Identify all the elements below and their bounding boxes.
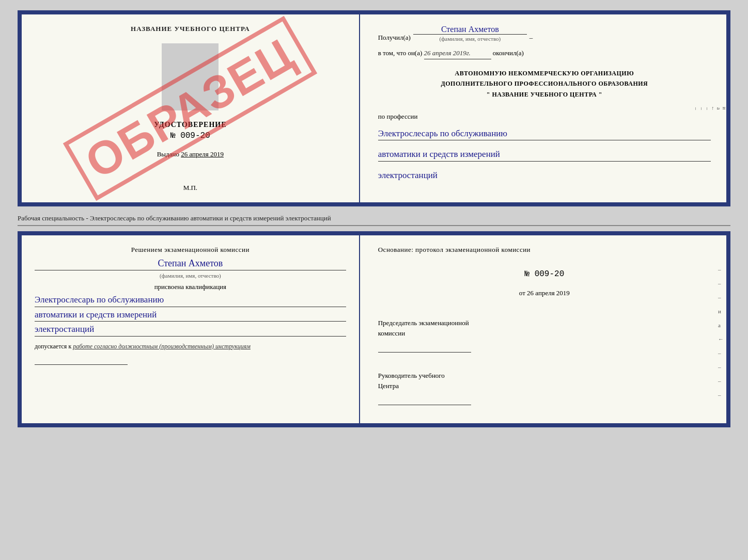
allowed-prefix: допускается к (35, 343, 71, 350)
protocol-date-value: 26 апреля 2019 (527, 289, 570, 297)
allowed-signature-line (35, 356, 128, 365)
allowed-label: допускается к работе согласно должностны… (35, 343, 346, 350)
basis-title: Основание: протокол экзаменационной коми… (378, 246, 711, 254)
issued-line: Выдано 26 апреля 2019 (157, 150, 224, 158)
cert-number: № 009-20 (170, 131, 210, 140)
document-container: НАЗВАНИЕ УЧЕБНОГО ЦЕНТРА УДОСТОВЕРЕНИЕ №… (18, 10, 730, 427)
side-chars-bottom: – – – и а ← – – – – (718, 266, 724, 398)
received-name: Степан Ахметов (413, 25, 527, 35)
assigned-label: присвоена квалификация (35, 283, 346, 291)
org-line2: ДОПОЛНИТЕЛЬНОГО ПРОФЕССИОНАЛЬНОГО ОБРАЗО… (378, 78, 711, 89)
profession-line3: электростанций (378, 169, 711, 182)
head-label2: Центра (378, 381, 711, 391)
certificate-left: НАЗВАНИЕ УЧЕБНОГО ЦЕНТРА УДОСТОВЕРЕНИЕ №… (22, 14, 360, 202)
person-name-bottom: Степан Ахметов (35, 258, 346, 270)
cert-title: УДОСТОВЕРЕНИЕ (154, 121, 226, 129)
fio-label-bottom: (фамилия, имя, отчество) (35, 273, 346, 279)
protocol-date: от 26 апреля 2019 (378, 289, 711, 297)
mp-label: М.П. (183, 179, 197, 192)
top-document: НАЗВАНИЕ УЧЕБНОГО ЦЕНТРА УДОСТОВЕРЕНИЕ №… (18, 10, 730, 206)
caption-bar: Рабочая специальность - Электрослесарь п… (18, 212, 730, 226)
profession-line1: Электрослесарь по обслуживанию (378, 127, 711, 141)
qualification-left: Решением экзаменационной комиссии Степан… (22, 235, 360, 423)
chairman-label1: Председатель экзаменационной (378, 318, 711, 328)
head-block: Руководитель учебного Центра (378, 371, 711, 413)
in-that-section: в том, что он(а) 26 апреля 2019г. окончи… (378, 48, 711, 59)
org-line1: АВТОНОМНУЮ НЕКОММЕРЧЕСКУЮ ОРГАНИЗАЦИЮ (378, 68, 711, 78)
qualification-right: Основание: протокол экзаменационной коми… (360, 235, 726, 423)
allowed-value: работе согласно должностным (производств… (73, 343, 251, 350)
training-center-title: НАЗВАНИЕ УЧЕБНОГО ЦЕНТРА (131, 25, 250, 33)
qual-line2: автоматики и средств измерений (35, 308, 346, 322)
commission-title: Решением экзаменационной комиссии (35, 246, 346, 254)
org-line3: " НАЗВАНИЕ УЧЕБНОГО ЦЕНТРА " (378, 89, 711, 100)
in-that-prefix: в том, что он(а) (378, 49, 423, 57)
side-decorations: и а ← – – – (717, 14, 727, 202)
issued-date: 26 апреля 2019 (181, 150, 224, 158)
received-line: Получил(а) Степан Ахметов (фамилия, имя,… (378, 25, 711, 42)
photo-placeholder (162, 43, 219, 110)
protocol-number: № 009-20 (378, 269, 711, 279)
received-prefix: Получил(а) (378, 34, 411, 42)
dash-separator: – (529, 34, 533, 42)
head-signature-line (378, 396, 471, 405)
bottom-document: Решением экзаменационной комиссии Степан… (18, 231, 730, 427)
in-that-date: 26 апреля 2019г. (424, 48, 491, 59)
profession-label: по профессии (378, 113, 711, 121)
protocol-date-prefix: от (519, 289, 525, 297)
head-label1: Руководитель учебного (378, 371, 711, 381)
fio-label-top: (фамилия, имя, отчество) (413, 36, 527, 42)
issued-label: Выдано (157, 150, 179, 158)
qual-line1: Электрослесарь по обслуживанию (35, 293, 346, 307)
org-block: АВТОНОМНУЮ НЕКОММЕРЧЕСКУЮ ОРГАНИЗАЦИЮ ДО… (378, 68, 711, 100)
certificate-right: Получил(а) Степан Ахметов (фамилия, имя,… (360, 14, 726, 202)
finished-label: окончил(а) (493, 49, 524, 57)
qual-line3: электростанций (35, 323, 346, 337)
chairman-signature-line (378, 343, 471, 353)
chairman-label2: комиссии (378, 328, 711, 339)
profession-line2: автоматики и средств измерений (378, 148, 711, 162)
chairman-block: Председатель экзаменационной комиссии (378, 318, 711, 360)
